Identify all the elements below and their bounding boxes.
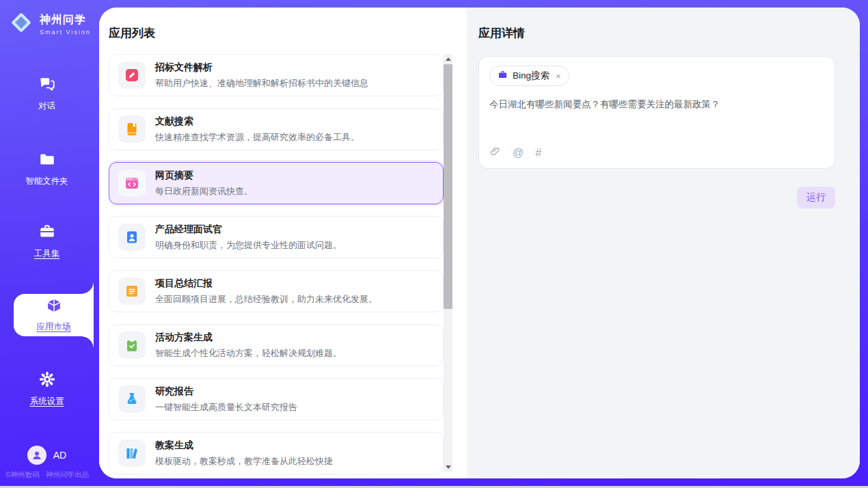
main-panel: 应用列表 招标文件解析帮助用户快速、准确地理解和解析招标书中的关键信息文献搜索快… (99, 8, 860, 478)
app-detail-title: 应用详情 (478, 25, 835, 41)
briefcase-icon (38, 223, 56, 243)
app-card-title: 产品经理面试官 (155, 223, 342, 236)
flask-icon (118, 385, 146, 413)
app-card-event-plan[interactable]: 活动方案生成智能生成个性化活动方案，轻松解决规划难题。 (109, 324, 444, 366)
scroll-up-icon[interactable] (444, 54, 452, 64)
user-label: AD (53, 450, 66, 461)
book-icon (118, 116, 146, 143)
scroll-down-icon[interactable] (444, 462, 452, 472)
query-card: Bing搜索 × 今日湖北有哪些新闻要点？有哪些需要关注的最新政策？ @ # (478, 56, 835, 169)
chip-remove-icon[interactable]: × (556, 71, 561, 81)
cube-icon (45, 297, 63, 318)
app-card-lesson-plan[interactable]: 教案生成模板驱动，教案秒成，教学准备从此轻松快捷 (109, 432, 444, 474)
app-card-title: 招标文件解析 (155, 62, 368, 74)
sidebar-item-label: 工具集 (34, 248, 60, 260)
briefcase-icon (498, 70, 508, 82)
gear-icon (38, 370, 56, 391)
brand-diamond-icon (8, 10, 34, 38)
sidebar-item-system-settings[interactable]: 系统设置 (0, 370, 94, 407)
app-card-list: 招标文件解析帮助用户快速、准确地理解和解析招标书中的关键信息文献搜索快速精准查找… (109, 54, 444, 478)
app-card-title: 项目总结汇报 (155, 277, 377, 290)
app-card-title: 活动方案生成 (155, 331, 342, 344)
run-button[interactable]: 运行 (797, 187, 835, 208)
paperclip-icon[interactable] (489, 146, 501, 160)
user-profile[interactable]: AD (0, 446, 94, 465)
app-card-desc: 一键智能生成高质量长文本研究报告 (155, 401, 297, 414)
chat-icon (38, 75, 56, 96)
tool-chip-bing-search[interactable]: Bing搜索 × (489, 66, 569, 86)
sidebar-item-smart-folder[interactable]: 智能文件夹 (0, 150, 94, 187)
sidebar-item-chat[interactable]: 对话 (0, 75, 94, 112)
clipboard-icon (118, 331, 146, 359)
app-card-research-report[interactable]: 研究报告一键智能生成高质量长文本研究报告 (109, 378, 444, 420)
avatar (27, 446, 46, 465)
sidebar: 神州问学 Smart Vision 对话智能文件夹工具集应用市场系统设置 AD … (0, 0, 94, 488)
sidebar-item-label: 对话 (38, 100, 55, 112)
app-card-desc: 全面回顾项目进展，总结经验教训，助力未来优化发展。 (155, 293, 377, 306)
sidebar-item-app-market[interactable]: 应用市场 (14, 294, 94, 336)
app-card-web-summary[interactable]: 网页摘要每日政府新闻资讯快查。 (109, 162, 444, 204)
note-icon (118, 277, 146, 305)
app-card-desc: 每日政府新闻资讯快查。 (155, 185, 253, 198)
attach-toolbar: @ # (489, 146, 824, 160)
app-list-title: 应用列表 (109, 25, 467, 41)
app-card-desc: 明确身份和职责，为您提供专业性的面试问题。 (155, 239, 342, 252)
app-card-title: 研究报告 (155, 385, 297, 398)
sidebar-item-label: 系统设置 (30, 396, 64, 407)
scrollbar-thumb[interactable] (444, 64, 452, 309)
query-text[interactable]: 今日湖北有哪些新闻要点？有哪些需要关注的最新政策？ (489, 98, 824, 146)
sidebar-item-label: 智能文件夹 (25, 176, 68, 187)
app-card-title: 网页摘要 (155, 170, 253, 182)
tool-chip-label: Bing搜索 (513, 70, 550, 82)
edit-icon (118, 62, 146, 89)
brand-logo: 神州问学 Smart Vision (8, 10, 91, 38)
hash-icon[interactable]: # (535, 148, 541, 159)
brand-subtitle: Smart Vision (40, 29, 91, 36)
app-card-pm-interviewer[interactable]: 产品经理面试官明确身份和职责，为您提供专业性的面试问题。 (109, 216, 444, 258)
app-card-project-summary[interactable]: 项目总结汇报全面回顾项目进展，总结经验教训，助力未来优化发展。 (109, 270, 444, 312)
sidebar-item-toolset[interactable]: 工具集 (0, 223, 94, 260)
browser-icon (118, 170, 146, 197)
books-icon (118, 439, 146, 467)
app-window: 神州问学 Smart Vision 对话智能文件夹工具集应用市场系统设置 AD … (0, 0, 868, 488)
mention-icon[interactable]: @ (513, 148, 524, 159)
sidebar-item-label: 应用市场 (37, 321, 71, 333)
person-doc-icon (118, 223, 146, 251)
app-card-title: 教案生成 (155, 439, 333, 452)
app-list-panel: 应用列表 招标文件解析帮助用户快速、准确地理解和解析招标书中的关键信息文献搜索快… (99, 8, 467, 478)
app-card-title: 文献搜索 (155, 116, 360, 128)
app-card-desc: 模板驱动，教案秒成，教学准备从此轻松快捷 (155, 455, 333, 467)
app-card-literature-search[interactable]: 文献搜索快速精准查找学术资源，提高研究效率的必备工具。 (109, 108, 444, 150)
app-card-bid-doc-analysis[interactable]: 招标文件解析帮助用户快速、准确地理解和解析招标书中的关键信息 (109, 54, 444, 96)
app-card-desc: 智能生成个性化活动方案，轻松解决规划难题。 (155, 347, 342, 360)
copyright: ©神州数码 · 神州问学出品 (5, 470, 89, 480)
scrollbar[interactable] (444, 54, 452, 472)
app-card-desc: 帮助用户快速、准确地理解和解析招标书中的关键信息 (155, 77, 368, 90)
app-detail-panel: 应用详情 Bing搜索 × 今日湖北有哪些新闻要点？有哪些需要关注的最新政策？ (467, 8, 860, 478)
folder-icon (38, 150, 56, 171)
brand-name: 神州问学 (40, 13, 91, 27)
app-card-desc: 快速精准查找学术资源，提高研究效率的必备工具。 (155, 131, 360, 144)
